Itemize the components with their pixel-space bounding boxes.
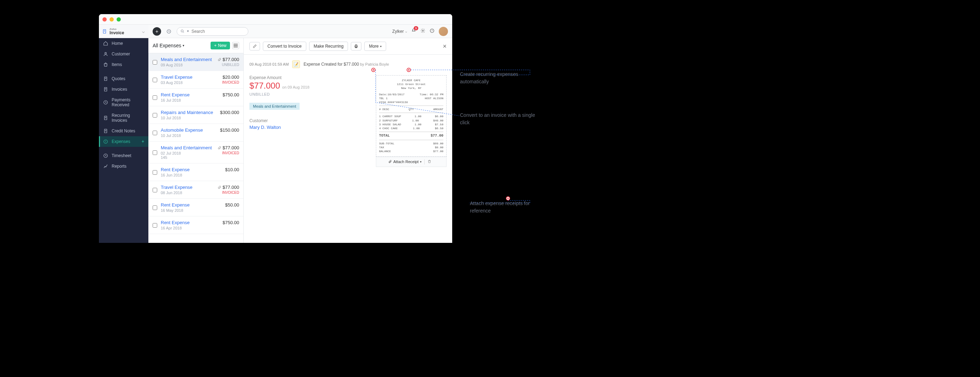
pencil-icon [253,44,257,48]
row-title: Meals and Entertainment [161,57,214,62]
row-checkbox[interactable] [153,57,157,67]
expense-row[interactable]: Automobile Expense 10 Jul 2018 $150.000 [148,124,243,141]
search-box[interactable]: ▼ [177,27,248,36]
sidebar-item-label: Quotes [111,76,126,81]
expense-row[interactable]: Travel Expense 08 Jun 2018 $77.000 INVOI… [148,181,243,199]
app-window: Zoho Invoice ⌵ + ▼ [99,14,452,243]
window-close[interactable] [102,17,107,22]
expense-row[interactable]: Rent Expense 16 Jun 2018 $10.00 [148,163,243,181]
amount-date: on 09 Aug 2018 [282,85,309,89]
help-icon: ? [430,28,434,33]
paperclip-icon [218,146,221,150]
window-min[interactable] [110,17,114,22]
expense-row[interactable]: Repairs and Maintenance 10 Jul 2018 $300… [148,106,243,124]
expense-row[interactable]: Meals and Entertainment 09 Aug 2018 $77.… [148,53,243,71]
callout-recurring: Create recurring expenses automatically [460,71,538,86]
expense-row[interactable]: Rent Expense 16 Jul 2018 $750.00 [148,89,243,106]
amount-value: $77.000 [250,81,280,91]
row-checkbox[interactable] [153,168,157,177]
expense-row[interactable]: Rent Expense 16 May 2018 $50.00 [148,199,243,216]
row-checkbox[interactable] [153,111,157,120]
chevron-down-icon: ▾ [420,160,422,163]
svg-point-9 [105,52,107,54]
clock-icon [103,153,108,158]
row-title: Meals and Entertainment [161,145,214,150]
row-amount: $77.000 [223,145,239,150]
settings-button[interactable] [420,28,425,34]
list-menu-button[interactable] [232,42,239,49]
customer-label: Customer [250,118,365,123]
user-icon [103,52,108,57]
avatar[interactable] [439,27,448,36]
expense-row[interactable]: Meals and Entertainment 02 Jul 2018 145 … [148,141,243,163]
row-date: 08 Jun 2018 [161,191,214,195]
quick-add-button[interactable]: + [153,27,161,36]
list-title[interactable]: All Expenses ▾ [153,43,185,48]
help-button[interactable]: ? [430,28,434,34]
row-checkbox[interactable] [153,128,157,138]
callout-attach: Attach expense receipts for reference [470,200,541,215]
history-button[interactable] [165,27,173,36]
sidebar-item-quotes[interactable]: Quotes [99,73,148,84]
row-date: 16 May 2018 [161,208,221,212]
row-checkbox[interactable] [153,75,157,85]
svg-point-4 [181,30,183,32]
sidebar-item-credit-notes[interactable]: Credit Notes [99,126,148,136]
svg-point-25 [105,142,106,143]
row-checkbox[interactable] [153,185,157,195]
sidebar-item-home[interactable]: Home [99,38,148,49]
row-title: Travel Expense [161,185,214,190]
sidebar-item-reports[interactable]: Reports [99,161,148,171]
paperclip-icon [388,160,392,163]
sidebar-item-payments-received[interactable]: Payments Received [99,95,148,110]
expense-row[interactable]: Travel Expense 03 Aug 2018 $20.000 INVOI… [148,71,243,89]
delete-receipt-button[interactable] [424,159,434,165]
row-status: UNBILLED [222,63,239,67]
sidebar-item-timesheet[interactable]: Timesheet [99,150,148,161]
sidebar-item-invoices[interactable]: Invoices [99,84,148,95]
row-status: INVOICED [222,151,239,155]
brand: Zoho Invoice ⌵ [99,25,148,38]
convert-invoice-button[interactable]: Convert to Invoice [263,42,306,51]
brand-dropdown-icon[interactable]: ⌵ [142,29,145,34]
attach-receipt-button[interactable]: Attach Receipt ▾ [388,160,422,164]
row-checkbox[interactable] [153,221,157,230]
sidebar-item-label: Timesheet [111,153,131,158]
row-checkbox[interactable] [153,146,157,160]
notifications-button[interactable]: 9 [411,28,416,34]
customer-link[interactable]: Mary D. Walton [250,125,365,130]
sidebar-item-customer[interactable]: Customer [99,49,148,59]
print-button[interactable] [351,42,361,51]
receipt-line: 4 CHOC CAKE1.00$6.50 [379,127,443,130]
row-amount: $50.00 [225,202,239,208]
row-amount: $750.00 [223,220,239,225]
search-input[interactable] [191,29,245,34]
gear-icon [420,28,425,33]
doc-icon [103,87,108,92]
org-switcher[interactable]: Zylker ⌵ [392,29,407,34]
make-recurring-button[interactable]: Make Recurring [309,42,348,51]
trash-icon [428,160,431,163]
plus-icon: + [214,43,216,48]
callout-convert: Convert to an invoice with a single clic… [460,112,538,127]
audit-by: by Patricia Boyle [360,62,389,67]
edit-button[interactable] [250,42,260,51]
sidebar-item-expenses[interactable]: Expenses+ [99,136,148,147]
window-max[interactable] [116,17,121,22]
more-button[interactable]: More ▾ [364,42,386,51]
sidebar-item-items[interactable]: Items [99,59,148,70]
row-checkbox[interactable] [153,203,157,212]
row-amount: $77.000 [223,57,239,62]
add-icon[interactable]: + [142,139,144,144]
doc-icon [103,128,108,133]
topbar: + ▼ Zylker ⌵ 9 [148,25,452,38]
row-checkbox[interactable] [153,93,157,102]
row-amount: $10.00 [225,167,239,172]
row-title: Rent Expense [161,220,219,225]
sidebar: HomeCustomerItemsQuotesInvoicesPayments … [99,38,148,243]
sidebar-item-recurring-invoices[interactable]: Recurring Invoices [99,110,148,126]
close-detail-button[interactable]: × [443,43,447,50]
new-expense-button[interactable]: + New [210,42,230,49]
sidebar-item-label: Recurring Invoices [111,113,144,123]
expense-row[interactable]: Rent Expense 16 Apr 2018 $750.00 [148,216,243,234]
